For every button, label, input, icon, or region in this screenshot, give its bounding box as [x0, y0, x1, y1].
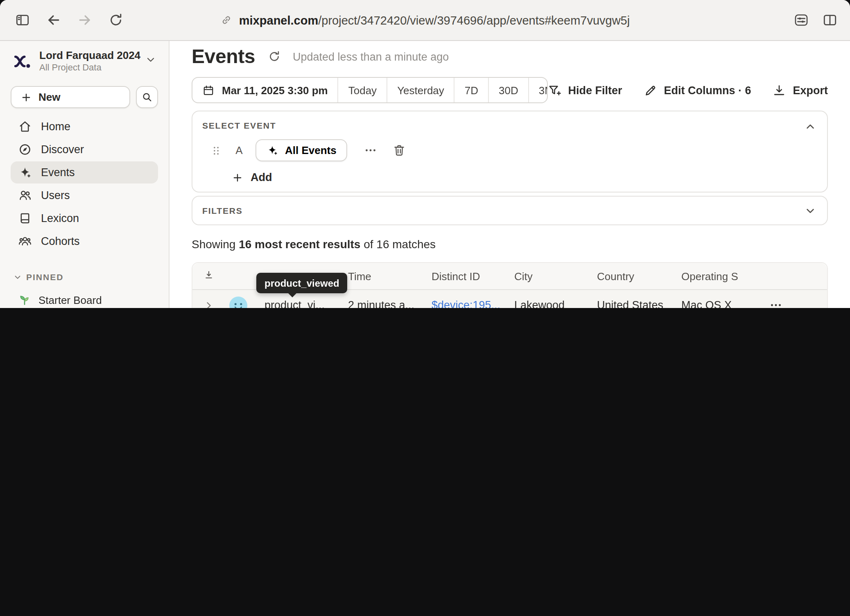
back-icon[interactable] — [44, 11, 62, 29]
home-icon — [18, 120, 32, 134]
split-view-icon[interactable] — [821, 11, 839, 29]
event-selector-chip[interactable]: All Events — [255, 139, 347, 161]
nav-item-label: Users — [41, 189, 70, 202]
col-header-time[interactable]: Time — [348, 270, 432, 282]
discover-icon — [18, 143, 32, 156]
link-icon — [220, 14, 233, 26]
collapse-panel-button[interactable] — [804, 120, 816, 133]
expand-filters-button[interactable] — [804, 205, 816, 217]
nav-item-label: Discover — [41, 143, 84, 156]
sidebar-item-cohorts[interactable]: Cohorts — [11, 230, 158, 252]
nav-item-label: Events — [41, 166, 75, 179]
filters-title: FILTERS — [202, 206, 243, 215]
range-label: 3M — [539, 84, 548, 96]
range-label: Yesterday — [397, 84, 444, 96]
add-label: Add — [251, 171, 272, 183]
drag-handle-icon[interactable] — [210, 144, 223, 157]
url-bar[interactable]: mixpanel.com/project/3472420/view/397469… — [220, 14, 630, 27]
pinned-label: PINNED — [26, 272, 63, 282]
hide-filter-button[interactable]: Hide Filter — [547, 83, 622, 97]
sidebar-item-lexicon[interactable]: Lexicon — [11, 207, 158, 229]
collapse-rows-icon[interactable] — [203, 269, 215, 283]
sidebar-item-users[interactable]: Users — [11, 184, 158, 206]
events-icon — [18, 165, 32, 179]
select-event-title: SELECT EVENT — [202, 120, 817, 130]
tooltip: product_viewed — [256, 273, 348, 293]
pinned-section-header[interactable]: PINNED — [11, 272, 158, 282]
project-switcher[interactable]: Lord Farquaad 2024 All Project Data — [11, 44, 158, 74]
search-icon — [141, 91, 153, 103]
distinct-id-link[interactable]: $device:195... — [432, 299, 514, 308]
col-header-city[interactable]: City — [514, 270, 597, 282]
download-icon — [772, 83, 786, 97]
ellipsis-icon — [769, 298, 782, 308]
event-name: product_vi... — [251, 299, 348, 308]
export-button[interactable]: Export — [772, 83, 828, 97]
date-label: Mar 11, 2025 3:30 pm — [222, 84, 328, 96]
event-row-menu-button[interactable] — [364, 143, 378, 157]
sidebar-item-starter-board[interactable]: Starter Board — [11, 289, 158, 308]
filters-panel: FILTERS — [192, 196, 828, 225]
select-event-panel: SELECT EVENT A All Events Add — [192, 111, 828, 192]
main-content: Events Updated less than a minute ago Ma… — [170, 41, 850, 308]
col-header-country[interactable]: Country — [597, 270, 681, 282]
sidebar-item-events[interactable]: Events — [11, 161, 158, 183]
col-header-os[interactable]: Operating S — [681, 270, 722, 282]
date-picker-button[interactable]: Mar 11, 2025 3:30 pm — [192, 78, 338, 102]
nav-item-label: Lexicon — [41, 212, 79, 224]
range-7d[interactable]: 7D — [454, 78, 488, 102]
sidebar: Lord Farquaad 2024 All Project Data New … — [0, 41, 170, 308]
plus-icon — [20, 91, 32, 103]
range-30d[interactable]: 30D — [488, 78, 528, 102]
pinned-item-label: Starter Board — [38, 294, 102, 306]
funnel-plus-icon — [547, 83, 561, 97]
sidebar-toggle-icon[interactable] — [13, 11, 31, 29]
sidebar-item-home[interactable]: Home — [11, 116, 158, 138]
range-label: 7D — [465, 84, 478, 96]
url-path: /project/3472420/view/3974696/app/events… — [318, 14, 630, 27]
range-today[interactable]: Today — [338, 78, 387, 102]
event-city: Lakewood — [514, 299, 597, 308]
new-button[interactable]: New — [11, 86, 130, 108]
reload-icon[interactable] — [106, 11, 124, 29]
chevron-down-icon — [804, 205, 816, 217]
row-menu-button[interactable] — [769, 298, 782, 308]
users-icon — [18, 188, 32, 202]
row-expand-chevron[interactable] — [203, 299, 215, 308]
chevron-down-icon — [145, 54, 156, 69]
event-avatar — [229, 296, 247, 308]
range-label: 30D — [499, 84, 518, 96]
event-chip-label: All Events — [285, 144, 337, 156]
url-domain: mixpanel.com — [239, 14, 318, 27]
sparkle-icon — [266, 144, 278, 156]
chevron-up-icon — [804, 120, 816, 133]
mixpanel-logo-icon — [12, 52, 32, 71]
event-os: Mac OS X — [681, 299, 722, 308]
results-summary: Showing 16 most recent results of 16 mat… — [192, 238, 828, 254]
pencil-icon — [643, 83, 657, 97]
sidebar-item-discover[interactable]: Discover — [11, 138, 158, 161]
search-button[interactable] — [136, 86, 158, 108]
hide-filter-label: Hide Filter — [568, 84, 622, 96]
date-range-group: Mar 11, 2025 3:30 pm Today Yesterday 7D … — [192, 77, 547, 103]
browser-toolbar: mixpanel.com/project/3472420/view/397469… — [0, 0, 850, 41]
tooltip-text: product_viewed — [264, 277, 339, 289]
cohorts-icon — [18, 234, 32, 248]
col-header-distinct-id[interactable]: Distinct ID — [432, 270, 514, 282]
refresh-icon[interactable] — [267, 50, 280, 63]
new-button-label: New — [38, 91, 60, 103]
edit-columns-button[interactable]: Edit Columns · 6 — [643, 83, 751, 97]
page-settings-icon[interactable] — [792, 11, 810, 29]
range-yesterday[interactable]: Yesterday — [387, 78, 454, 102]
forward-icon[interactable] — [75, 11, 93, 29]
project-name: Lord Farquaad 2024 — [39, 49, 138, 63]
edit-columns-label: Edit Columns · 6 — [664, 84, 751, 96]
event-time: 2 minutes a... — [348, 299, 432, 308]
range-3m[interactable]: 3M — [528, 78, 548, 102]
browser-window: mixpanel.com/project/3472420/view/397469… — [0, 0, 850, 308]
add-event-button[interactable]: Add — [232, 171, 272, 183]
seedling-icon — [18, 293, 31, 306]
chevron-down-icon — [13, 272, 22, 281]
nav-item-label: Home — [41, 120, 70, 133]
delete-event-row-button[interactable] — [392, 143, 406, 157]
